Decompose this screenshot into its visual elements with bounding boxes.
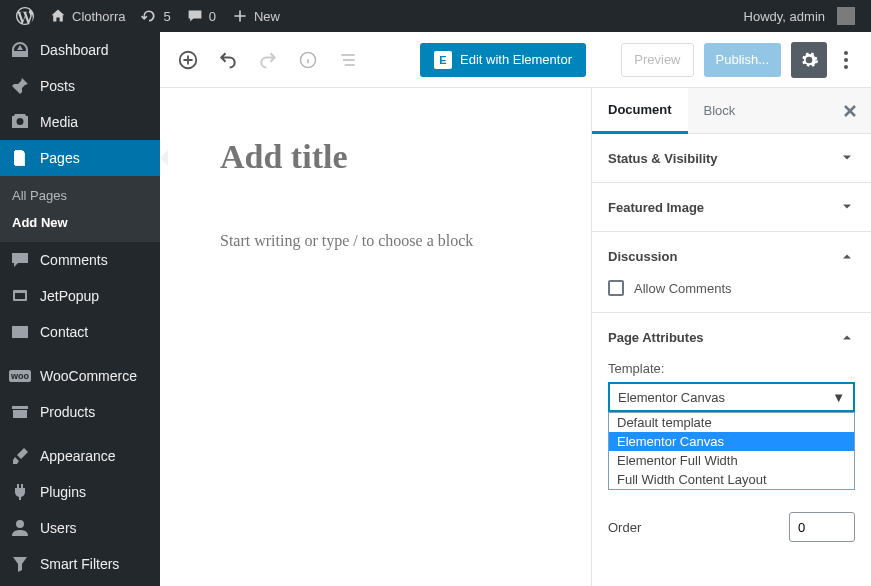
menu-posts[interactable]: Posts	[0, 68, 160, 104]
menu-appearance[interactable]: Appearance	[0, 438, 160, 474]
user-icon	[10, 518, 30, 538]
panel-title: Page Attributes	[608, 330, 704, 345]
outline-button[interactable]	[330, 42, 366, 78]
menu-label: Plugins	[40, 484, 86, 500]
undo-button[interactable]	[210, 42, 246, 78]
menu-dashboard[interactable]: Dashboard	[0, 32, 160, 68]
panel-page-attributes[interactable]: Page Attributes	[592, 313, 871, 361]
template-option[interactable]: Elementor Full Width	[609, 451, 854, 470]
menu-contact[interactable]: Contact	[0, 314, 160, 350]
menu-label: Media	[40, 114, 78, 130]
more-vertical-icon	[844, 51, 848, 69]
updates-link[interactable]: 5	[133, 0, 178, 32]
more-button[interactable]	[831, 42, 861, 78]
redo-icon	[258, 50, 278, 70]
media-icon	[10, 112, 30, 132]
menu-smartfilters[interactable]: Smart Filters	[0, 546, 160, 582]
menu-label: Posts	[40, 78, 75, 94]
menu-label: Appearance	[40, 448, 116, 464]
admin-sidebar: Dashboard Posts Media Pages All Pages Ad…	[0, 32, 160, 586]
chevron-up-icon	[839, 329, 855, 345]
publish-button[interactable]: Publish...	[704, 43, 781, 77]
admin-bar: Clothorra 5 0 New Howdy, admin	[0, 0, 871, 32]
inspector-panel: Document Block Status & Visibility Featu…	[591, 88, 871, 586]
menu-label: Comments	[40, 252, 108, 268]
add-block-button[interactable]	[170, 42, 206, 78]
home-icon	[50, 8, 66, 24]
account-link[interactable]: Howdy, admin	[736, 0, 863, 32]
allow-comments-row[interactable]: Allow Comments	[608, 280, 855, 296]
panel-title: Featured Image	[608, 200, 704, 215]
menu-media[interactable]: Media	[0, 104, 160, 140]
title-input[interactable]	[220, 138, 531, 176]
template-option[interactable]: Elementor Canvas	[609, 432, 854, 451]
allow-comments-label: Allow Comments	[634, 281, 732, 296]
info-icon	[298, 50, 318, 70]
close-inspector-button[interactable]	[829, 104, 871, 118]
menu-comments[interactable]: Comments	[0, 242, 160, 278]
panel-status[interactable]: Status & Visibility	[592, 134, 871, 182]
panel-featured-image[interactable]: Featured Image	[592, 183, 871, 231]
avatar	[837, 7, 855, 25]
elementor-label: Edit with Elementor	[460, 52, 572, 67]
menu-label: Contact	[40, 324, 88, 340]
plug-icon	[10, 482, 30, 502]
template-label: Template:	[608, 361, 855, 376]
template-value: Elementor Canvas	[618, 390, 725, 405]
mail-icon	[10, 322, 30, 342]
editor-canvas: Start writing or type / to choose a bloc…	[160, 88, 591, 586]
preview-button[interactable]: Preview	[621, 43, 693, 77]
menu-label: WooCommerce	[40, 368, 137, 384]
new-link[interactable]: New	[224, 0, 288, 32]
editor-toolbar: E Edit with Elementor Preview Publish...	[160, 32, 871, 88]
svg-point-8	[844, 65, 848, 69]
dropdown-caret-icon: ▼	[832, 390, 845, 405]
site-link[interactable]: Clothorra	[42, 0, 133, 32]
archive-icon	[10, 402, 30, 422]
menu-label: Users	[40, 520, 77, 536]
wp-logo[interactable]	[8, 0, 42, 32]
template-dropdown: Default template Elementor Canvas Elemen…	[608, 412, 855, 490]
order-input[interactable]	[789, 512, 855, 542]
redo-button[interactable]	[250, 42, 286, 78]
menu-products[interactable]: Products	[0, 394, 160, 430]
comment-icon	[187, 8, 203, 24]
menu-label: JetPopup	[40, 288, 99, 304]
plus-circle-icon	[177, 49, 199, 71]
comment-count: 0	[209, 9, 216, 24]
svg-rect-2	[15, 293, 25, 299]
menu-plugins[interactable]: Plugins	[0, 474, 160, 510]
menu-users[interactable]: Users	[0, 510, 160, 546]
menu-label: Dashboard	[40, 42, 109, 58]
svg-point-3	[16, 520, 24, 528]
menu-jetpopup[interactable]: JetPopup	[0, 278, 160, 314]
howdy-text: Howdy, admin	[744, 9, 825, 24]
wordpress-icon	[16, 7, 34, 25]
comment-icon	[10, 250, 30, 270]
template-option[interactable]: Full Width Content Layout	[609, 470, 854, 489]
pages-icon	[10, 148, 30, 168]
info-button[interactable]	[290, 42, 326, 78]
chevron-down-icon	[839, 199, 855, 215]
chevron-down-icon	[839, 150, 855, 166]
submenu-add-new[interactable]: Add New	[0, 209, 160, 236]
menu-pages[interactable]: Pages	[0, 140, 160, 176]
plus-icon	[232, 8, 248, 24]
pages-submenu: All Pages Add New	[0, 176, 160, 242]
menu-label: Products	[40, 404, 95, 420]
svg-point-6	[844, 51, 848, 55]
body-placeholder[interactable]: Start writing or type / to choose a bloc…	[220, 232, 531, 250]
template-option[interactable]: Default template	[609, 413, 854, 432]
panel-discussion[interactable]: Discussion	[592, 232, 871, 280]
settings-button[interactable]	[791, 42, 827, 78]
comments-link[interactable]: 0	[179, 0, 224, 32]
elementor-button[interactable]: E Edit with Elementor	[420, 43, 586, 77]
menu-woocommerce[interactable]: woo WooCommerce	[0, 358, 160, 394]
allow-comments-checkbox[interactable]	[608, 280, 624, 296]
tab-document[interactable]: Document	[592, 88, 688, 134]
submenu-all-pages[interactable]: All Pages	[0, 182, 160, 209]
panel-title: Status & Visibility	[608, 151, 718, 166]
tab-block[interactable]: Block	[688, 89, 752, 132]
chevron-up-icon	[839, 248, 855, 264]
template-select[interactable]: Elementor Canvas ▼	[608, 382, 855, 412]
